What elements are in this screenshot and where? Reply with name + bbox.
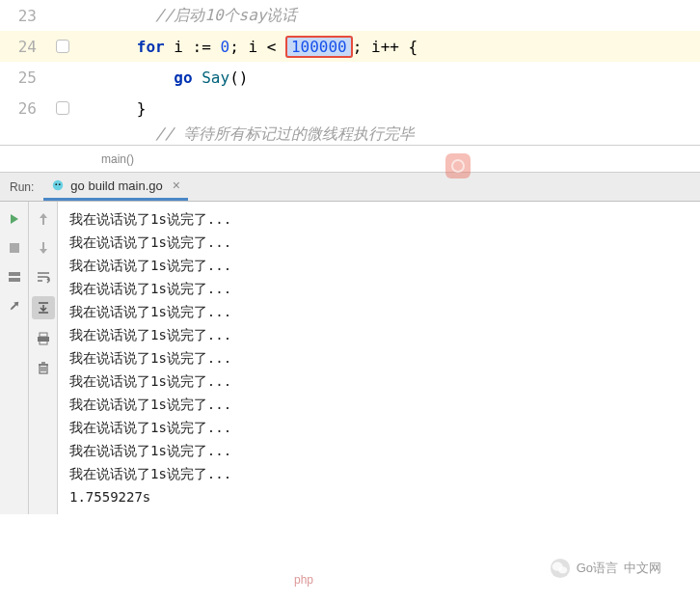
stop-button[interactable] bbox=[5, 238, 24, 258]
down-arrow-button[interactable] bbox=[34, 238, 53, 258]
run-label: Run: bbox=[0, 180, 43, 194]
console-line: 我在说话说了1s说完了... bbox=[69, 370, 688, 393]
svg-rect-6 bbox=[40, 333, 47, 337]
rerun-button[interactable] bbox=[5, 209, 24, 229]
wechat-icon bbox=[550, 558, 571, 579]
svg-rect-3 bbox=[10, 243, 19, 253]
svg-rect-10 bbox=[445, 153, 471, 178]
watermark: Go语言中文网 bbox=[550, 558, 661, 579]
fold-icon[interactable] bbox=[56, 101, 69, 115]
code-line-truncated: // 等待所有标记过的微线程执行完毕 bbox=[0, 123, 700, 145]
console-line: 我在说话说了1s说完了... bbox=[69, 346, 688, 370]
code-line-24[interactable]: 24 for i := 0; i < 100000; i++ { bbox=[0, 31, 700, 62]
console-line: 我在说话说了1s说完了... bbox=[69, 231, 688, 254]
layout-button[interactable] bbox=[5, 267, 24, 287]
highlighted-number: 100000 bbox=[285, 36, 353, 58]
console-line: 我在说话说了1s说完了... bbox=[69, 277, 688, 300]
code-line-23[interactable]: 23 //启动10个say说话 bbox=[0, 0, 700, 31]
code-editor[interactable]: 23 //启动10个say说话 24 for i := 0; i < 10000… bbox=[0, 0, 700, 146]
console-line: 我在说话说了1s说完了... bbox=[69, 462, 688, 485]
line-number: 23 bbox=[0, 7, 48, 25]
svg-rect-5 bbox=[9, 278, 20, 282]
console-time: 1.7559227s bbox=[69, 485, 688, 508]
run-tab[interactable]: go build main.go × bbox=[43, 173, 188, 201]
svg-point-2 bbox=[59, 183, 61, 185]
fold-icon[interactable] bbox=[56, 40, 69, 53]
svg-rect-4 bbox=[9, 272, 20, 276]
gutter[interactable] bbox=[48, 101, 77, 115]
svg-point-1 bbox=[56, 183, 58, 185]
close-icon[interactable]: × bbox=[173, 178, 180, 193]
svg-point-14 bbox=[558, 566, 567, 573]
run-header: Run: go build main.go × bbox=[0, 173, 700, 202]
svg-point-0 bbox=[53, 180, 64, 191]
run-toolbar-primary bbox=[0, 202, 29, 514]
gutter[interactable] bbox=[48, 40, 77, 53]
console-line: 我在说话说了1s说完了... bbox=[69, 393, 688, 416]
wrap-button[interactable] bbox=[34, 267, 53, 287]
watermark-center: php bbox=[294, 573, 313, 587]
line-number: 25 bbox=[0, 69, 48, 87]
console-line: 我在说话说了1s说完了... bbox=[69, 439, 688, 462]
watermark-red-icon bbox=[444, 151, 472, 180]
code-comment: //启动10个say说话 bbox=[155, 6, 297, 24]
scroll-to-end-button[interactable] bbox=[32, 296, 55, 319]
code-line-25[interactable]: 25 go Say() bbox=[0, 62, 700, 93]
breadcrumb[interactable]: main() bbox=[0, 146, 700, 173]
run-panel: Run: go build main.go × 我在说话说了1s说完了... 我… bbox=[0, 173, 700, 514]
pin-button[interactable] bbox=[5, 296, 24, 315]
console-line: 我在说话说了1s说完了... bbox=[69, 254, 688, 277]
code-line-26[interactable]: 26 } bbox=[0, 93, 700, 123]
line-number: 24 bbox=[0, 38, 48, 56]
print-button[interactable] bbox=[34, 329, 53, 348]
console-line: 我在说话说了1s说完了... bbox=[69, 323, 688, 346]
delete-button[interactable] bbox=[34, 358, 53, 377]
run-body: 我在说话说了1s说完了... 我在说话说了1s说完了... 我在说话说了1s说完… bbox=[0, 202, 700, 514]
run-toolbar-secondary bbox=[29, 202, 58, 514]
up-arrow-button[interactable] bbox=[34, 209, 53, 229]
line-number: 26 bbox=[0, 99, 48, 118]
console-line: 我在说话说了1s说完了... bbox=[69, 300, 688, 323]
console-line: 我在说话说了1s说完了... bbox=[69, 416, 688, 439]
breadcrumb-item[interactable]: main() bbox=[101, 152, 134, 166]
console-output[interactable]: 我在说话说了1s说完了... 我在说话说了1s说完了... 我在说话说了1s说完… bbox=[58, 202, 700, 514]
tab-label: go build main.go bbox=[70, 178, 162, 193]
console-line: 我在说话说了1s说完了... bbox=[69, 207, 688, 231]
go-file-icon bbox=[51, 178, 65, 192]
